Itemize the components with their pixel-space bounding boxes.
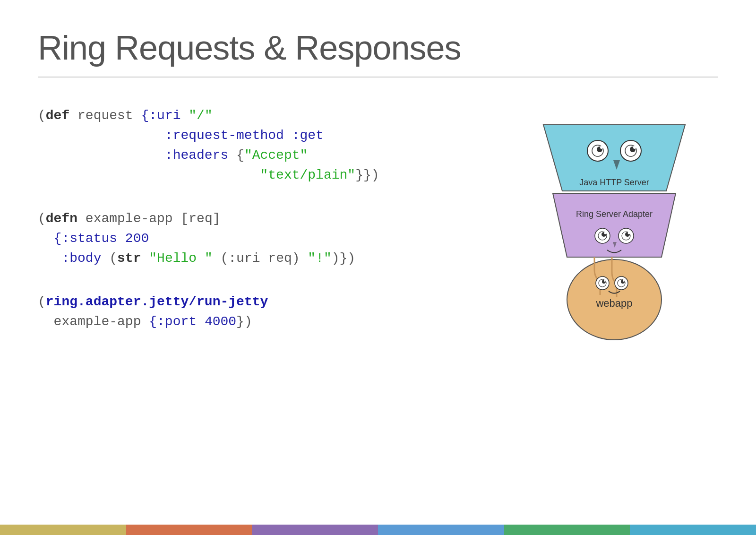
string-hello: "Hello " <box>149 251 212 266</box>
symbol-headers: :headers <box>165 148 228 163</box>
string-accept: "Accept" <box>244 148 308 163</box>
string-exclaim: "!" <box>308 251 331 266</box>
ring-adapter-label: Ring Server Adapter <box>576 209 653 219</box>
code-line-8: (ring.adapter.jetty/run-jetty <box>38 292 491 312</box>
code-line-9: example-app {:port 4000}) <box>38 312 491 332</box>
code-block-example-app: (defn example-app [req] {:status 200 :bo… <box>38 209 491 268</box>
bar-teal <box>630 525 756 535</box>
code-line-1: (def request {:uri "/" <box>38 106 491 126</box>
bar-green <box>504 525 630 535</box>
bottom-color-bar <box>0 525 756 535</box>
code-line-4: "text/plain"}}) <box>38 165 491 185</box>
symbol-port: {:port <box>149 314 197 329</box>
code-line-2: :request-method :get <box>38 126 491 146</box>
symbol-status: {:status <box>54 231 117 246</box>
symbol-body: :body <box>61 251 101 266</box>
svg-point-28 <box>623 280 625 282</box>
code-line-7: :body (str "Hello " (:uri req) "!")}) <box>38 249 491 268</box>
code-block-run-jetty: (ring.adapter.jetty/run-jetty example-ap… <box>38 292 491 332</box>
svg-marker-10 <box>553 193 676 257</box>
bar-orange <box>126 525 252 535</box>
slide-title: Ring Requests & Responses <box>38 28 718 67</box>
diagram-section: Java HTTP Server Ring Server Adapter <box>510 106 718 352</box>
code-block-request: (def request {:uri "/" :request-method :… <box>38 106 491 185</box>
bar-blue <box>378 525 504 535</box>
code-line-5: (defn example-app [req] <box>38 209 491 229</box>
content-area: (def request {:uri "/" :request-method :… <box>38 106 718 355</box>
symbol-request-method: :request-method <box>165 128 284 143</box>
paren: ( <box>38 108 46 123</box>
keyword-str: str <box>117 251 141 266</box>
code-line-6: {:status 200 <box>38 229 491 249</box>
string-slash: "/" <box>180 108 212 123</box>
keyword-def: def <box>46 108 69 123</box>
svg-point-18 <box>628 232 630 234</box>
bar-yellow <box>0 525 126 535</box>
symbol-run-jetty: ring.adapter.jetty/run-jetty <box>46 294 268 309</box>
symbol-uri: {:uri <box>141 108 180 123</box>
symbol-get: :get <box>292 128 324 143</box>
slide: Ring Requests & Responses (def request {… <box>0 0 756 535</box>
webapp-label: webapp <box>595 297 632 309</box>
title-divider <box>38 77 718 78</box>
svg-point-24 <box>604 280 606 282</box>
svg-point-8 <box>633 146 636 149</box>
svg-point-14 <box>604 232 607 234</box>
svg-point-4 <box>600 146 603 149</box>
keyword-defn: defn <box>46 211 77 226</box>
ring-diagram: Java HTTP Server Ring Server Adapter <box>515 115 713 352</box>
symbol-200: 200 <box>117 231 149 246</box>
code-line-3: :headers {"Accept" <box>38 146 491 165</box>
string-text-plain: "text/plain" <box>260 168 355 182</box>
code-section: (def request {:uri "/" :request-method :… <box>38 106 491 355</box>
symbol-4000: 4000 <box>197 314 236 329</box>
bar-purple <box>252 525 378 535</box>
java-server-label: Java HTTP Server <box>579 178 649 187</box>
